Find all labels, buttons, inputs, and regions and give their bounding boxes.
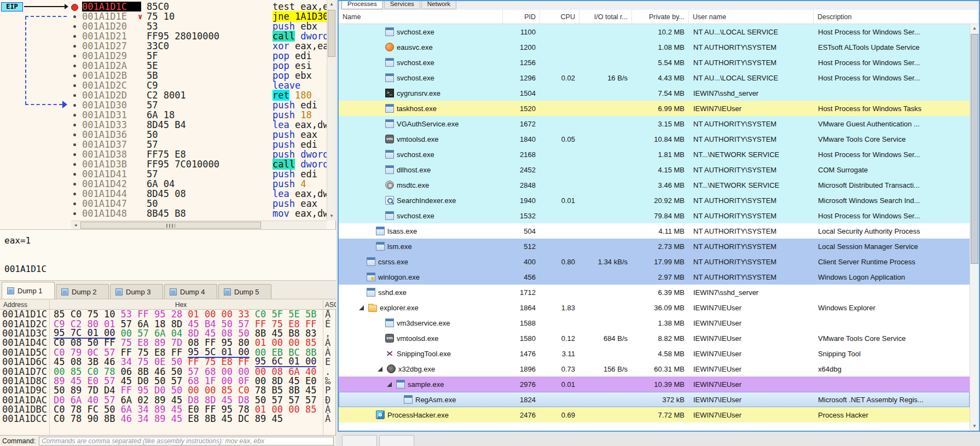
scroll-down-icon[interactable]: ▼: [327, 212, 336, 221]
hexdump-row[interactable]: 001A1D6C45 08 3B 4634 75 0E 50FF 75 E8 F…: [0, 357, 336, 367]
process-row[interactable]: svchost.exe12960.0216 B/s4.43 MBNT AU...…: [339, 70, 970, 85]
process-row[interactable]: lsm.exe5122.73 MBNT AUTHORITY\SYSTEMLoca…: [339, 239, 970, 254]
tab-dump-1[interactable]: Dump 1: [2, 282, 55, 299]
instruction-address: 001A1D31: [82, 110, 141, 120]
tree-expand-icon[interactable]: [359, 305, 364, 310]
column-header-io[interactable]: I/O total r...: [579, 10, 632, 24]
process-row[interactable]: ProcessHacker.exe24760.697.72 MBIEWIN7\I…: [339, 407, 970, 422]
disasm-row[interactable]: 001A1D316A 18push 18: [71, 110, 327, 120]
background-window-tab[interactable]: [342, 435, 377, 446]
background-window-tab[interactable]: [379, 435, 414, 446]
process-row[interactable]: x32dbg.exe18960.73156 B/s60.31 MBIEWIN7\…: [339, 361, 970, 377]
process-row[interactable]: lsass.exe5044.11 MBNT AUTHORITY\SYSTEMLo…: [339, 223, 970, 239]
disasm-row[interactable]: 001A1D3BFF95 7C010000call dword: [71, 159, 327, 169]
disasm-row[interactable]: 001A1D2CC9leave: [71, 80, 327, 90]
process-row[interactable]: svchost.exe21681.81 MBNT...\NETWORK SERV…: [339, 147, 970, 162]
scroll-left-icon[interactable]: ◄: [71, 221, 80, 230]
column-header-user[interactable]: User name: [689, 10, 814, 24]
process-row[interactable]: svchost.exe110010.2 MBNT AU...\LOCAL SER…: [339, 24, 970, 39]
hexdump-row[interactable]: 001A1D1C85 C0 75 1053 FF 95 2801 00 00 3…: [0, 310, 336, 319]
process-row[interactable]: vmtoolsd.exe18400.0510.84 MBNT AUTHORITY…: [339, 131, 970, 147]
process-row[interactable]: winlogon.exe4562.97 MBNT AUTHORITY\SYSTE…: [339, 269, 970, 285]
process-pid: 2452: [503, 166, 540, 174]
process-row[interactable]: cygrunsrv.exe15047.54 MBIEWIN7\sshd_serv…: [339, 85, 970, 101]
process-row[interactable]: eausvc.exe12001.08 MBNT AUTHORITY\SYSTEM…: [339, 39, 970, 55]
tab-dump-4[interactable]: Dump 4: [164, 284, 217, 299]
process-row[interactable]: RegAsm.exe1824372 kBIEWIN7\IEUserMicroso…: [339, 392, 970, 407]
disasm-row[interactable]: 001A1D4750push eax: [71, 199, 327, 208]
tab-dump-3[interactable]: Dump 3: [110, 284, 163, 299]
process-row[interactable]: VGAuthService.exe16723.15 MBNT AUTHORITY…: [339, 116, 970, 131]
command-input[interactable]: [39, 437, 334, 445]
disasm-row[interactable]: 001A1D3757push edi: [71, 140, 327, 149]
disasm-row[interactable]: 001A1D3057push edi: [71, 100, 327, 110]
column-header-name[interactable]: Name: [339, 10, 503, 24]
disasm-row[interactable]: 001A1D4157push edi: [71, 169, 327, 179]
disasm-row[interactable]: 001A1D2DC2 8001ret 180: [71, 90, 327, 100]
column-header-label: User name: [693, 13, 726, 21]
app-window-icon: [385, 27, 394, 36]
disasm-row[interactable]: 001A1D21FF95 28010000call dword: [71, 31, 327, 41]
process-row[interactable]: explorer.exe18641.8336.09 MBIEWIN7\IEUse…: [339, 300, 970, 315]
process-row[interactable]: SnippingTool.exe14763.114.58 MBIEWIN7\IE…: [339, 346, 970, 361]
disasm-row[interactable]: 001A1D2B5Bpop ebx: [71, 71, 327, 80]
disasm-row[interactable]: 001A1D1E∨75 10jne 1A1D30: [71, 11, 327, 21]
disasm-row[interactable]: 001A1D338D45 B4lea eax,dw: [71, 120, 327, 130]
scroll-down-icon[interactable]: ▼: [970, 422, 979, 431]
disasm-row[interactable]: 001A1D2733C0xor eax,ea: [71, 41, 327, 51]
process-row[interactable]: svchost.exe153279.84 MBNT AUTHORITY\SYST…: [339, 208, 970, 223]
disasm-row[interactable]: 001A1D2053push ebx: [71, 21, 327, 31]
process-list-vscrollbar[interactable]: ▲ ▼: [970, 24, 979, 431]
instruction-bytes: 6A 04: [141, 179, 272, 189]
disasm-row[interactable]: 001A1D295Fpop edi: [71, 51, 327, 61]
disasm-row[interactable]: 001A1D426A 04push 4: [71, 179, 327, 189]
process-row[interactable]: svchost.exe12565.54 MBNT AUTHORITY\SYSTE…: [339, 55, 970, 70]
scrollbar-thumb[interactable]: [328, 10, 335, 57]
process-row[interactable]: msdtc.exe28483.46 MBNT...\NETWORK SERVIC…: [339, 177, 970, 193]
column-header-pid[interactable]: PID: [503, 10, 540, 24]
column-header-label: I/O total r...: [594, 13, 628, 21]
process-row[interactable]: SearchIndexer.exe19400.0120.92 MBNT AUTH…: [339, 193, 970, 208]
scroll-up-icon[interactable]: ▲: [970, 24, 979, 33]
process-row[interactable]: vmtoolsd.exe15800.12684 B/s8.82 MBIEWIN7…: [339, 331, 970, 346]
process-list-header: NamePIDCPUI/O total r...Private by...Use…: [339, 10, 979, 24]
column-header-cpu[interactable]: CPU: [540, 10, 579, 24]
hexdump-row[interactable]: 001A1D9C50 89 7D D4FF 95 D0 5000 00 85 C…: [0, 386, 336, 395]
instruction-text: test eax,e: [272, 2, 328, 11]
instruction-bytes: 57: [141, 100, 272, 110]
disasm-row[interactable]: 001A1D38FF75 E8push dword: [71, 149, 327, 159]
disasm-row[interactable]: 001A1D1C85C0test eax,e: [71, 2, 327, 11]
disassembly-hscrollbar[interactable]: ◄: [71, 221, 327, 229]
hexdump-row[interactable]: 001A1D4CC0 08 50 FF75 E8 89 7D08 FF 95 8…: [0, 338, 336, 347]
hexdump-row[interactable]: 001A1DCCC0 78 90 8B46 34 89 45E8 8B 45 D…: [0, 414, 336, 424]
scroll-up-icon[interactable]: ▲: [327, 0, 336, 9]
disasm-row[interactable]: 001A1D3650push eax: [71, 130, 327, 140]
instruction-bytes: 8D45 08: [141, 189, 272, 199]
tab-dump-2[interactable]: Dump 2: [56, 284, 109, 299]
disassembly-vscrollbar[interactable]: ▲ ▼: [327, 0, 336, 221]
process-row[interactable]: sshd.exe17126.39 MBIEWIN7\sshd_server: [339, 285, 970, 300]
process-row[interactable]: dllhost.exe24524.15 MBNT AUTHORITY\SYSTE…: [339, 162, 970, 177]
hex-bytes: 78 B5 8B 45: [255, 386, 317, 395]
disasm-row[interactable]: 001A1D488B45 B8mov eax,dw: [71, 208, 327, 218]
column-header-priv[interactable]: Private by...: [632, 10, 689, 24]
process-row[interactable]: sample.exe29760.0110.39 MBIEWIN7\IEUser: [339, 377, 970, 392]
process-pid: 1100: [503, 28, 540, 36]
process-name-cell: x32dbg.exe: [339, 364, 503, 373]
tree-expand-icon[interactable]: [387, 382, 392, 387]
tab-dump-5[interactable]: Dump 5: [218, 284, 271, 299]
tree-expand-icon[interactable]: [378, 367, 382, 372]
disasm-row[interactable]: 001A1D2A5Epop esi: [71, 61, 327, 71]
scrollbar-thumb[interactable]: [80, 222, 261, 229]
process-io-total: 16 B/s: [579, 74, 632, 82]
process-row[interactable]: csrss.exe4000.801.34 kB/s17.99 MBNT AUTH…: [339, 254, 970, 269]
disasm-row[interactable]: 001A1D448D45 08lea eax,dw: [71, 189, 327, 199]
scrollbar-thumb[interactable]: [971, 34, 978, 264]
process-row[interactable]: taskhost.exe15206.99 MBIEWIN7\IEUserHost…: [339, 101, 970, 116]
tab-processes[interactable]: Processes: [341, 1, 383, 9]
column-header-desc[interactable]: Description: [814, 10, 979, 24]
vmware-icon: [385, 334, 394, 343]
tab-network[interactable]: Network: [421, 1, 456, 9]
process-row[interactable]: vm3dservice.exe15881.38 MBIEWIN7\IEUser: [339, 315, 970, 331]
tab-services[interactable]: Services: [384, 1, 420, 9]
